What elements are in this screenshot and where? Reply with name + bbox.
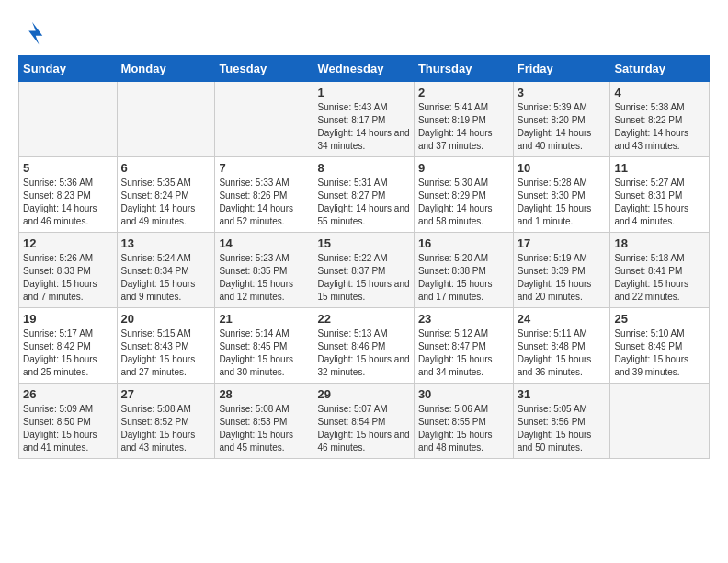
day-info: Sunrise: 5:11 AM Sunset: 8:48 PM Dayligh… [518,327,607,379]
day-number: 15 [317,236,409,250]
calendar-cell: 5Sunrise: 5:36 AM Sunset: 8:23 PM Daylig… [19,157,118,233]
day-info: Sunrise: 5:36 AM Sunset: 8:23 PM Dayligh… [23,177,113,228]
week-row-1: 1Sunrise: 5:43 AM Sunset: 8:17 PM Daylig… [19,82,710,157]
calendar-cell: 26Sunrise: 5:09 AM Sunset: 8:50 PM Dayli… [19,384,118,459]
day-info: Sunrise: 5:18 AM Sunset: 8:41 PM Dayligh… [614,252,705,304]
day-info: Sunrise: 5:22 AM Sunset: 8:37 PM Dayligh… [317,252,409,304]
svg-marker-0 [28,22,42,45]
logo [18,18,50,46]
day-info: Sunrise: 5:43 AM Sunset: 8:17 PM Dayligh… [317,101,409,153]
day-info: Sunrise: 5:13 AM Sunset: 8:46 PM Dayligh… [317,327,409,379]
day-info: Sunrise: 5:26 AM Sunset: 8:33 PM Dayligh… [23,252,113,304]
day-number: 3 [518,86,607,99]
day-info: Sunrise: 5:15 AM Sunset: 8:43 PM Dayligh… [121,327,211,379]
column-header-monday: Monday [117,56,215,82]
day-number: 24 [518,312,607,326]
calendar-cell: 30Sunrise: 5:06 AM Sunset: 8:55 PM Dayli… [414,384,513,459]
calendar-cell [215,82,313,157]
day-number: 23 [418,312,509,326]
day-number: 29 [317,387,409,401]
day-number: 21 [219,312,309,326]
calendar-cell: 6Sunrise: 5:35 AM Sunset: 8:24 PM Daylig… [117,157,215,233]
day-number: 28 [219,387,309,401]
calendar-cell: 2Sunrise: 5:41 AM Sunset: 8:19 PM Daylig… [414,82,513,157]
week-row-2: 5Sunrise: 5:36 AM Sunset: 8:23 PM Daylig… [19,157,710,233]
day-info: Sunrise: 5:28 AM Sunset: 8:30 PM Dayligh… [518,177,607,228]
day-info: Sunrise: 5:35 AM Sunset: 8:24 PM Dayligh… [121,177,211,228]
day-number: 6 [121,161,211,175]
day-number: 13 [121,236,211,250]
calendar-cell: 29Sunrise: 5:07 AM Sunset: 8:54 PM Dayli… [313,384,414,459]
day-number: 25 [614,312,705,326]
day-info: Sunrise: 5:05 AM Sunset: 8:56 PM Dayligh… [518,403,607,454]
day-info: Sunrise: 5:12 AM Sunset: 8:47 PM Dayligh… [418,327,509,379]
day-number: 22 [317,312,409,326]
column-header-saturday: Saturday [610,56,710,82]
day-number: 26 [23,387,113,401]
column-header-thursday: Thursday [414,56,513,82]
calendar-table: SundayMondayTuesdayWednesdayThursdayFrid… [18,55,710,459]
day-info: Sunrise: 5:20 AM Sunset: 8:38 PM Dayligh… [418,252,509,304]
column-header-tuesday: Tuesday [215,56,313,82]
day-info: Sunrise: 5:31 AM Sunset: 8:27 PM Dayligh… [317,177,409,228]
page-header [18,18,710,46]
day-info: Sunrise: 5:09 AM Sunset: 8:50 PM Dayligh… [23,403,113,454]
day-number: 27 [121,387,211,401]
day-number: 1 [317,86,409,99]
day-info: Sunrise: 5:14 AM Sunset: 8:45 PM Dayligh… [219,327,309,379]
day-info: Sunrise: 5:39 AM Sunset: 8:20 PM Dayligh… [518,101,607,153]
calendar-cell: 11Sunrise: 5:27 AM Sunset: 8:31 PM Dayli… [610,157,710,233]
day-info: Sunrise: 5:38 AM Sunset: 8:22 PM Dayligh… [614,101,705,153]
day-number: 10 [518,161,607,175]
calendar-cell: 21Sunrise: 5:14 AM Sunset: 8:45 PM Dayli… [215,308,313,384]
calendar-cell: 15Sunrise: 5:22 AM Sunset: 8:37 PM Dayli… [313,233,414,308]
week-row-5: 26Sunrise: 5:09 AM Sunset: 8:50 PM Dayli… [19,384,710,459]
day-info: Sunrise: 5:06 AM Sunset: 8:55 PM Dayligh… [418,403,509,454]
calendar-cell: 7Sunrise: 5:33 AM Sunset: 8:26 PM Daylig… [215,157,313,233]
day-info: Sunrise: 5:08 AM Sunset: 8:53 PM Dayligh… [219,403,309,454]
week-row-3: 12Sunrise: 5:26 AM Sunset: 8:33 PM Dayli… [19,233,710,308]
day-number: 16 [418,236,509,250]
calendar-header-row: SundayMondayTuesdayWednesdayThursdayFrid… [19,56,710,82]
calendar-cell: 14Sunrise: 5:23 AM Sunset: 8:35 PM Dayli… [215,233,313,308]
calendar-cell [117,82,215,157]
day-number: 14 [219,236,309,250]
calendar-cell: 28Sunrise: 5:08 AM Sunset: 8:53 PM Dayli… [215,384,313,459]
day-number: 19 [23,312,113,326]
day-number: 7 [219,161,309,175]
day-number: 12 [23,236,113,250]
calendar-cell [19,82,118,157]
day-info: Sunrise: 5:33 AM Sunset: 8:26 PM Dayligh… [219,177,309,228]
logo-icon [18,18,46,46]
day-number: 20 [121,312,211,326]
day-info: Sunrise: 5:17 AM Sunset: 8:42 PM Dayligh… [23,327,113,379]
column-header-sunday: Sunday [19,56,118,82]
calendar-cell: 4Sunrise: 5:38 AM Sunset: 8:22 PM Daylig… [610,82,710,157]
day-info: Sunrise: 5:08 AM Sunset: 8:52 PM Dayligh… [121,403,211,454]
week-row-4: 19Sunrise: 5:17 AM Sunset: 8:42 PM Dayli… [19,308,710,384]
calendar-cell: 25Sunrise: 5:10 AM Sunset: 8:49 PM Dayli… [610,308,710,384]
day-number: 2 [418,86,509,99]
calendar-cell: 24Sunrise: 5:11 AM Sunset: 8:48 PM Dayli… [513,308,610,384]
day-info: Sunrise: 5:23 AM Sunset: 8:35 PM Dayligh… [219,252,309,304]
day-info: Sunrise: 5:24 AM Sunset: 8:34 PM Dayligh… [121,252,211,304]
day-info: Sunrise: 5:19 AM Sunset: 8:39 PM Dayligh… [518,252,607,304]
calendar-cell: 20Sunrise: 5:15 AM Sunset: 8:43 PM Dayli… [117,308,215,384]
calendar-cell: 9Sunrise: 5:30 AM Sunset: 8:29 PM Daylig… [414,157,513,233]
day-info: Sunrise: 5:41 AM Sunset: 8:19 PM Dayligh… [418,101,509,153]
calendar-cell: 31Sunrise: 5:05 AM Sunset: 8:56 PM Dayli… [513,384,610,459]
column-header-friday: Friday [513,56,610,82]
day-number: 4 [614,86,705,99]
day-info: Sunrise: 5:30 AM Sunset: 8:29 PM Dayligh… [418,177,509,228]
calendar-cell: 3Sunrise: 5:39 AM Sunset: 8:20 PM Daylig… [513,82,610,157]
calendar-cell: 18Sunrise: 5:18 AM Sunset: 8:41 PM Dayli… [610,233,710,308]
column-header-wednesday: Wednesday [313,56,414,82]
calendar-cell: 13Sunrise: 5:24 AM Sunset: 8:34 PM Dayli… [117,233,215,308]
calendar-cell: 27Sunrise: 5:08 AM Sunset: 8:52 PM Dayli… [117,384,215,459]
day-number: 30 [418,387,509,401]
calendar-cell: 17Sunrise: 5:19 AM Sunset: 8:39 PM Dayli… [513,233,610,308]
day-number: 17 [518,236,607,250]
calendar-cell: 22Sunrise: 5:13 AM Sunset: 8:46 PM Dayli… [313,308,414,384]
day-number: 9 [418,161,509,175]
day-info: Sunrise: 5:10 AM Sunset: 8:49 PM Dayligh… [614,327,705,379]
